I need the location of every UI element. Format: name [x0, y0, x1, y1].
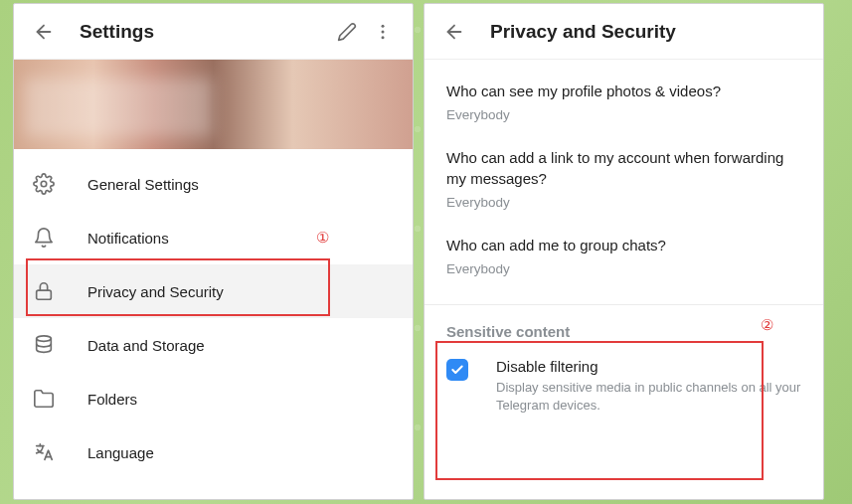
sidebar-item-label: Folders: [87, 391, 137, 408]
privacy-item-profile-photos[interactable]: Who can see my profile photos & videos? …: [446, 70, 801, 136]
privacy-item-value: Everybody: [446, 195, 801, 210]
sidebar-item-language[interactable]: Language: [14, 425, 413, 479]
disable-filtering-text: Disable filtering Display sensitive medi…: [496, 358, 801, 414]
more-button[interactable]: [365, 14, 401, 50]
folder-icon: [32, 387, 56, 411]
sidebar-item-folders[interactable]: Folders: [14, 372, 413, 425]
privacy-item-value: Everybody: [446, 261, 801, 276]
bell-icon: [32, 226, 56, 250]
profile-hero[interactable]: [14, 60, 413, 149]
sidebar-item-notifications[interactable]: Notifications: [14, 211, 413, 264]
arrow-left-icon: [33, 21, 55, 43]
lock-icon: [32, 279, 56, 303]
svg-point-2: [382, 30, 385, 33]
disable-filtering-row[interactable]: Disable filtering Display sensitive medi…: [425, 346, 823, 429]
profile-name-blurred: [24, 78, 213, 137]
pencil-icon: [337, 22, 357, 42]
back-button[interactable]: [26, 14, 62, 50]
settings-panel: Settings General Settings Notifications: [13, 3, 414, 500]
privacy-item-question: Who can add me to group chats?: [446, 236, 801, 255]
privacy-item-question: Who can see my profile photos & videos?: [446, 82, 801, 101]
privacy-item-group-chats[interactable]: Who can add me to group chats? Everybody: [446, 224, 801, 290]
sidebar-item-label: Notifications: [87, 230, 169, 247]
privacy-header: Privacy and Security: [425, 4, 823, 60]
privacy-item-question: Who can add a link to my account when fo…: [446, 148, 801, 189]
database-icon: [32, 333, 56, 357]
sidebar-item-label: Language: [87, 444, 154, 461]
svg-rect-5: [37, 290, 52, 299]
gear-icon: [32, 172, 56, 196]
disable-filtering-subtitle: Display sensitive media in public channe…: [496, 379, 801, 414]
more-vertical-icon: [373, 22, 393, 42]
check-icon: [450, 363, 464, 377]
sidebar-item-label: Privacy and Security: [87, 283, 224, 300]
arrow-left-icon: [443, 21, 465, 43]
privacy-title: Privacy and Security: [490, 21, 811, 43]
disable-filtering-checkbox[interactable]: [446, 359, 468, 381]
sidebar-item-label: General Settings: [87, 176, 199, 193]
privacy-item-forward-link[interactable]: Who can add a link to my account when fo…: [446, 136, 801, 224]
privacy-items: Who can see my profile photos & videos? …: [425, 60, 823, 304]
svg-point-6: [37, 336, 52, 342]
settings-menu: General Settings Notifications Privacy a…: [14, 149, 413, 479]
language-icon: [32, 440, 56, 464]
edit-button[interactable]: [329, 14, 365, 50]
svg-point-3: [382, 36, 385, 39]
privacy-item-value: Everybody: [446, 107, 801, 122]
sidebar-item-label: Data and Storage: [87, 337, 205, 354]
sidebar-item-general[interactable]: General Settings: [14, 157, 413, 211]
sensitive-section-title: Sensitive content: [425, 305, 823, 346]
disable-filtering-title: Disable filtering: [496, 358, 801, 375]
svg-point-4: [41, 181, 47, 187]
settings-header: Settings: [14, 4, 413, 60]
settings-title: Settings: [80, 21, 329, 43]
privacy-panel: Privacy and Security Who can see my prof…: [424, 3, 824, 500]
sidebar-item-privacy[interactable]: Privacy and Security: [14, 264, 413, 318]
back-button[interactable]: [436, 14, 472, 50]
svg-point-1: [382, 24, 385, 27]
sidebar-item-data-storage[interactable]: Data and Storage: [14, 318, 413, 372]
